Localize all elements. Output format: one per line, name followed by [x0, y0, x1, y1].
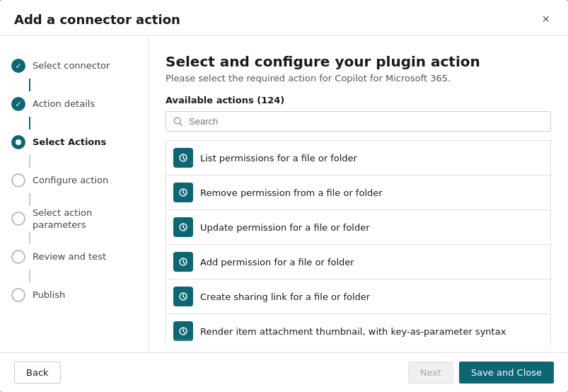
action-icon [173, 148, 193, 168]
back-button[interactable]: Back [14, 362, 61, 384]
step-circle-publish [11, 288, 25, 302]
action-label: Render item attachment thumbnail, with k… [200, 326, 506, 337]
step-circle-params [11, 212, 25, 226]
active-dot [16, 139, 21, 145]
step-circle-configure [11, 173, 25, 188]
connector-line-1 [29, 79, 30, 91]
action-item[interactable]: List permissions for a file or folder [166, 140, 551, 175]
action-label: Add permission for a file or folder [200, 257, 354, 267]
step-circle-connector: ✓ [11, 59, 25, 73]
search-icon [173, 117, 183, 127]
action-icon [173, 217, 193, 237]
action-label: Create sharing link for a file or folder [200, 292, 370, 302]
sidebar-item-publish[interactable]: Publish [11, 282, 137, 308]
sidebar-label-review: Review and test [33, 250, 106, 263]
actions-list-wrapper: List permissions for a file or folder Re… [166, 140, 551, 352]
action-item[interactable]: Create sharing link for a file or folder [166, 279, 551, 313]
sidebar-item-select-params[interactable]: Select action parameters [11, 206, 137, 231]
action-item[interactable]: Add permission for a file or folder [166, 244, 551, 279]
actions-list: List permissions for a file or folder Re… [166, 140, 551, 352]
modal-body: ✓ Select connector ✓ [0, 36, 568, 352]
check-icon: ✓ [15, 62, 21, 71]
footer-right: Next Save and Close [408, 362, 554, 384]
svg-line-1 [180, 123, 182, 125]
connector-line-4 [29, 193, 30, 206]
check-icon-2: ✓ [15, 100, 21, 109]
step-circle-actions [11, 135, 25, 149]
action-label: List permissions for a file or folder [200, 153, 357, 163]
sidebar-item-action-details[interactable]: ✓ Action details [11, 91, 137, 117]
next-button[interactable]: Next [408, 362, 453, 384]
sidebar-item-select-actions[interactable]: Select Actions [11, 129, 137, 155]
action-item[interactable]: Remove permission from a file or folder [166, 175, 551, 209]
sidebar-label-params: Select action parameters [33, 207, 137, 231]
action-item[interactable]: Update permission for a file or folder [166, 209, 551, 244]
save-close-button[interactable]: Save and Close [459, 362, 554, 384]
modal-container: Add a connector action × ✓ Select connec… [0, 0, 568, 392]
search-box [166, 111, 551, 132]
footer-left: Back [14, 362, 61, 384]
connector-line-3 [29, 155, 30, 168]
modal-title: Add a connector action [14, 12, 180, 27]
sidebar-label-connector: Select connector [33, 59, 110, 72]
connector-line-5 [29, 231, 30, 244]
action-icon [173, 287, 193, 306]
sidebar-item-review[interactable]: Review and test [11, 244, 137, 270]
content-title: Select and configure your plugin action [166, 53, 551, 70]
sidebar-item-configure-action[interactable]: Configure action [11, 168, 137, 193]
search-input[interactable] [189, 116, 543, 127]
content-subtitle: Please select the required action for Co… [166, 73, 551, 83]
action-label: Remove permission from a file or folder [200, 188, 383, 198]
step-circle-details: ✓ [11, 97, 25, 111]
action-icon [173, 321, 193, 341]
action-label: Update permission for a file or folder [200, 222, 370, 233]
available-label: Available actions (124) [166, 95, 551, 105]
sidebar-label-configure: Configure action [33, 174, 108, 187]
connector-line-6 [29, 270, 30, 282]
sidebar: ✓ Select connector ✓ [0, 36, 149, 352]
step-circle-review [11, 250, 25, 264]
modal-header: Add a connector action × [0, 0, 568, 36]
action-item[interactable]: Render item thumbnail [166, 348, 551, 352]
sidebar-label-actions: Select Actions [33, 136, 106, 149]
action-icon [173, 183, 193, 202]
main-content: Select and configure your plugin action … [149, 36, 568, 352]
sidebar-label-details: Action details [33, 98, 95, 110]
connector-line-2 [29, 117, 30, 129]
action-icon [173, 252, 193, 272]
close-button[interactable]: × [538, 11, 554, 27]
action-item[interactable]: Render item attachment thumbnail, with k… [166, 313, 551, 348]
sidebar-item-select-connector[interactable]: ✓ Select connector [11, 53, 137, 79]
modal-footer: Back Next Save and Close [0, 352, 568, 392]
sidebar-label-publish: Publish [33, 289, 65, 301]
